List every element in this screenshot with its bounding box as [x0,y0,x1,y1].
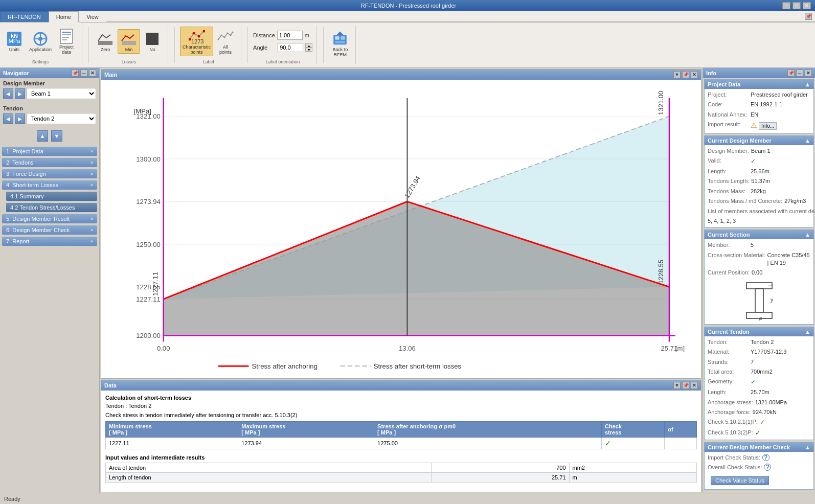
chevron-force-design: » [90,171,93,176]
data-panel-controls[interactable]: ▼ 📌 ✕ [673,382,698,389]
position-value: 0.00 [752,269,762,277]
mass-m3-row: Tendons Mass / m3 Concrete: 27kg/m3 [705,196,813,206]
maximize-button[interactable]: □ [793,2,801,9]
ribbon-tabs: RF-TENDON Home View 📌 [0,11,815,22]
all-points-icon [217,28,234,44]
data-close-button[interactable]: ✕ [691,382,698,389]
window-controls[interactable]: ─ □ ✕ [782,2,811,9]
info-pin-button[interactable]: 📌 [787,70,795,77]
nav-item-force-design[interactable]: 3. Force Design » [2,169,97,178]
close-button[interactable]: ✕ [803,2,811,9]
nav-item-summary[interactable]: 4.1 Summary [6,192,97,201]
tab-rf-tendon[interactable]: RF-TENDON [0,11,49,22]
info-button[interactable]: Info... [759,122,777,130]
nav-pin-button[interactable]: 📌 [72,70,79,77]
material-value: Y1770S7-12.9 [751,348,786,356]
nav-close-button[interactable]: ✕ [89,70,96,77]
all-points-button[interactable]: Allpoints [214,27,237,56]
nav-minimize-button[interactable]: ─ [80,70,87,77]
svg-rect-11 [122,41,136,45]
main-panel-controls[interactable]: ▼ 📌 ✕ [673,71,698,78]
ribbon-group-losses: Zero Min [94,26,168,64]
tendon-prev-button[interactable]: ◀ [3,113,13,124]
nav-item-project-data[interactable]: 1. Project Data » [2,147,97,156]
no-button[interactable]: No [141,29,164,54]
distance-label: Distance [253,32,275,38]
ribbon-pin-button[interactable]: 📌 [805,13,812,20]
rfem-icon [332,31,348,47]
nav-item-design-result[interactable]: 5. Design Member Result » [2,214,97,223]
tendon-select[interactable]: Tendon 2 [27,113,96,124]
nav-up-button[interactable]: ▲ [37,130,48,142]
cross-section-label: Cross-section Material: [708,251,765,267]
main-close-button[interactable]: ✕ [691,71,698,78]
characteristic-points-button[interactable]: 1273 Characteristicpoints [180,27,213,56]
no-icon [144,31,161,47]
check-5103-value: ✓ [755,429,760,438]
navigator-controls[interactable]: 📌 ─ ✕ [72,70,96,77]
total-area-value: 700mm2 [751,368,773,376]
nav-down-button[interactable]: ▼ [51,130,62,142]
project-data-button[interactable]: Projectdata [55,27,78,56]
length-label: Length: [708,168,749,175]
angle-up-button[interactable]: ▲ [305,43,312,48]
tendon-next-button[interactable]: ▶ [15,113,25,124]
angle-label: Angle [253,44,267,51]
units-button[interactable]: kN MPa Units [3,29,26,54]
check-value-status-button[interactable]: Check Value Status [711,476,769,485]
stress-table: Minimum stress[ MPa ] Maximum stress[ MP… [105,421,697,449]
angle-input[interactable] [278,43,303,52]
annex-row: National Annex: EN [705,110,813,120]
svg-text:1250.00: 1250.00 [136,241,160,248]
current-section-title: Current Section [708,232,750,238]
project-label: Project: [708,91,749,99]
current-member-chevron: ▲ [805,138,810,144]
current-section-chevron: ▲ [805,232,810,238]
col-max-stress: Maximum stress[ MPa ] [238,422,374,438]
info-close-button[interactable]: ✕ [805,70,812,77]
nav-item-short-term-losses[interactable]: 4. Short-term Losses « [2,180,97,190]
project-data-label: Projectdata [59,44,74,55]
annex-label: National Annex: [708,111,749,119]
data-filter-button[interactable]: ▼ [673,382,681,389]
main-filter-button[interactable]: ▼ [673,71,681,78]
min-button[interactable]: Min [118,29,140,54]
data-pin-button[interactable]: 📌 [682,382,689,389]
code-value: EN 1992-1-1 [751,101,782,108]
ribbon-group-rfem: Back toRFEM [329,26,356,64]
svg-rect-10 [98,41,112,45]
design-member-select[interactable]: Beam 1 [27,88,96,99]
nav-item-tendon-stress[interactable]: 4.2 Tendon Stress/Losses [6,203,97,212]
svg-rect-12 [146,33,159,45]
design-member-next-button[interactable]: ▶ [15,88,25,99]
mass-m3-value: 27kg/m3 [784,197,806,205]
project-data-chevron: ▲ [805,81,810,87]
project-data-icon [58,28,75,44]
svg-rect-64 [746,283,772,289]
svg-text:1321.00: 1321.00 [657,91,665,115]
valid-value: ✓ [751,157,756,166]
application-button[interactable]: Application [27,29,54,54]
info-controls[interactable]: 📌 ─ ✕ [787,70,812,77]
tendon-name-label: Tendon: [708,338,749,346]
check-5103-label: Check 5.10.3(2)P: [708,429,753,438]
tendon-name-value: Tendon 2 [751,338,774,346]
nav-item-tendons[interactable]: 2. Tendons » [2,158,97,167]
info-minimize-button[interactable]: ─ [796,70,803,77]
tab-view[interactable]: View [79,11,106,22]
cross-section-value: Concrete C35/45 | EN 19 [767,251,810,267]
nav-item-report[interactable]: 7. Report » [2,237,97,246]
svg-rect-27 [335,41,345,43]
members-list-value: 5, 4, 1, 2, 3 [708,217,736,225]
zero-button[interactable]: Zero [94,29,117,54]
distance-input[interactable] [277,31,303,40]
tab-home[interactable]: Home [49,11,79,22]
main-pin-button[interactable]: 📌 [682,71,689,78]
data-panel-title: Data [104,382,117,388]
design-member-prev-button[interactable]: ◀ [3,88,13,99]
of-val [665,438,697,449]
back-to-rfem-button[interactable]: Back toRFEM [329,29,351,59]
angle-down-button[interactable]: ▼ [305,48,312,52]
minimize-button[interactable]: ─ [782,2,790,9]
nav-item-design-check[interactable]: 6. Design Member Check » [2,225,97,235]
